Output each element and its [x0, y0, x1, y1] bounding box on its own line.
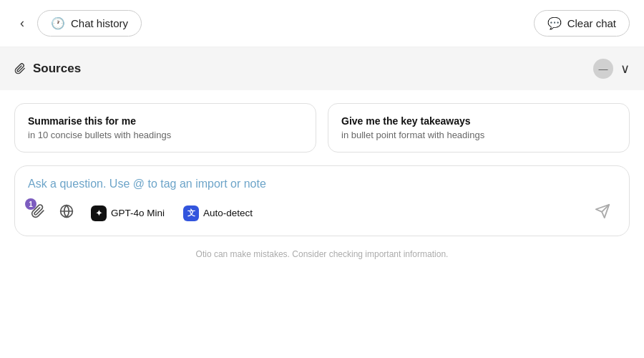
sources-bar: Sources — ∨: [0, 47, 644, 90]
gpt-icon: ✦: [91, 205, 107, 221]
paperclip-icon: [14, 63, 26, 74]
chat-history-label: Chat history: [71, 17, 128, 29]
chat-icon: 💬: [547, 16, 562, 30]
footer-text: Otio can make mistakes. Consider checkin…: [196, 249, 449, 259]
sources-left: Sources: [14, 62, 81, 76]
gpt-model-button[interactable]: ✦ GPT-4o Mini: [85, 203, 170, 224]
suggestion-subtitle-1: in 10 concise bullets with headings: [28, 130, 303, 140]
suggestion-title-2: Give me the key takeaways: [341, 115, 616, 127]
top-nav: ‹ 🕐 Chat history 💬 Clear chat: [0, 0, 644, 47]
gpt-label: GPT-4o Mini: [111, 208, 165, 218]
footer: Otio can make mistakes. Consider checkin…: [0, 245, 644, 271]
send-button[interactable]: [589, 200, 616, 226]
auto-detect-button[interactable]: 文 Auto-detect: [177, 203, 258, 224]
send-icon: [595, 203, 610, 219]
sources-badge: —: [593, 59, 613, 79]
sources-label: Sources: [33, 62, 81, 76]
sources-right: — ∨: [593, 59, 630, 79]
back-button[interactable]: ‹: [14, 13, 30, 34]
clear-chat-label: Clear chat: [567, 17, 616, 29]
attach-badge: 1: [25, 198, 36, 210]
attach-container: 1: [28, 201, 48, 225]
auto-detect-icon: 文: [183, 205, 199, 221]
chat-history-button[interactable]: 🕐 Chat history: [37, 10, 142, 37]
suggestion-subtitle-2: in bullet point format with headings: [341, 130, 616, 140]
globe-button[interactable]: [55, 201, 78, 225]
clear-chat-button[interactable]: 💬 Clear chat: [534, 10, 630, 37]
input-toolbar: 1 ✦ GPT-4o Mini 文 Auto-detect: [28, 200, 616, 226]
suggestion-card-2[interactable]: Give me the key takeaways in bullet poin…: [328, 103, 630, 153]
input-placeholder[interactable]: Ask a question. Use @ to tag an import o…: [28, 178, 616, 190]
globe-icon: [59, 204, 74, 218]
sources-chevron-button[interactable]: ∨: [620, 61, 630, 77]
suggestion-card-1[interactable]: Summarise this for me in 10 concise bull…: [14, 103, 316, 153]
input-area: Ask a question. Use @ to tag an import o…: [14, 165, 630, 236]
nav-left: ‹ 🕐 Chat history: [14, 10, 142, 37]
suggestion-title-1: Summarise this for me: [28, 115, 303, 127]
suggestions-area: Summarise this for me in 10 concise bull…: [0, 90, 644, 165]
auto-detect-label: Auto-detect: [203, 208, 253, 218]
history-icon: 🕐: [51, 16, 65, 30]
